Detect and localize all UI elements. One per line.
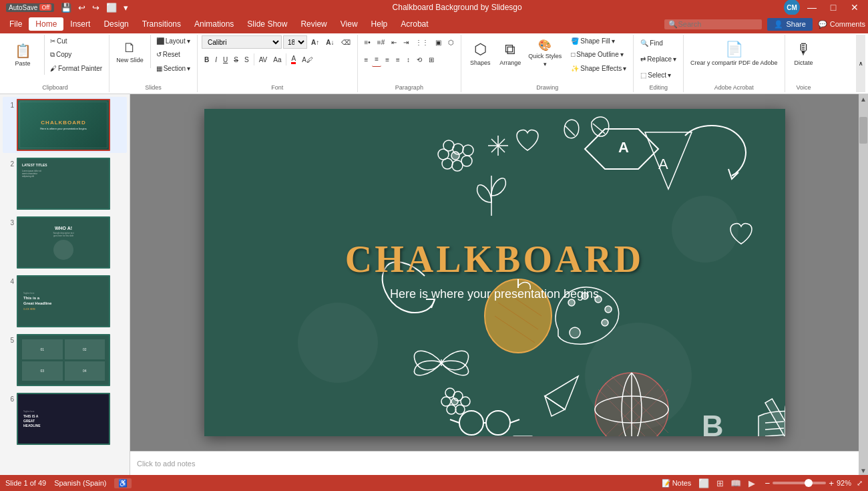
vertical-scrollbar[interactable]: ▲ ▼ — [859, 94, 868, 475]
menu-acrobat[interactable]: Acrobat — [394, 17, 435, 31]
copy-icon: ⧉ — [50, 51, 55, 59]
arrange-button[interactable]: ⧉ Arrange — [495, 35, 525, 71]
find-button[interactable]: 🔍 Find — [638, 35, 665, 50]
replace-button[interactable]: ⇄ Replace ▾ — [638, 51, 679, 66]
highlight-icon: A🖊 — [302, 56, 313, 63]
zoom-controls: − + 92% — [765, 478, 851, 488]
shapes-button[interactable]: ⬡ Shapes — [465, 35, 495, 71]
new-slide-button[interactable]: 🗋 New Slide — [114, 35, 146, 68]
menu-animations[interactable]: Animations — [188, 17, 240, 31]
menu-design[interactable]: Design — [97, 17, 135, 31]
reading-view-button[interactable]: 📖 — [728, 477, 743, 489]
align-left-button[interactable]: ≡ — [362, 52, 371, 67]
font-size-select[interactable]: 18 — [283, 35, 307, 49]
slideshow-button[interactable]: ▶ — [744, 477, 759, 489]
svg-line-49 — [545, 396, 565, 410]
notes-area[interactable]: Click to add notes — [130, 451, 859, 475]
share-button[interactable]: 👤 Share — [767, 18, 812, 31]
smart-art-button[interactable]: ▣ — [433, 35, 444, 49]
zoom-slider[interactable] — [773, 482, 826, 484]
align-right-button[interactable]: ≡ — [383, 52, 392, 67]
justify-button[interactable]: ≡ — [393, 52, 403, 67]
menu-file[interactable]: File — [3, 17, 29, 31]
quick-styles-button[interactable]: 🎨 Quick Styles ▾ — [525, 35, 564, 71]
underline-button[interactable]: U — [220, 52, 230, 67]
search-input[interactable] — [678, 20, 758, 28]
ribbon-collapse-button[interactable]: ∧ — [856, 35, 865, 92]
select-button[interactable]: ⬚ Select ▾ — [638, 67, 674, 82]
format-painter-button[interactable]: 🖌 Format Painter — [47, 62, 105, 75]
slide-image-1: CHALKBOARD Here is where your presentati… — [17, 99, 110, 151]
menu-insert[interactable]: Insert — [63, 17, 97, 31]
strikethrough-button[interactable]: S — [231, 52, 241, 67]
slide-thumb-5[interactable]: 5 01 02 03 04 — [3, 332, 127, 388]
slide-thumb-2[interactable]: 2 LATEST TITLES Lorem ipsum dolor sitame… — [3, 156, 127, 212]
fit-to-window-button[interactable]: ⤢ — [857, 479, 863, 488]
format-painter-icon: 🖌 — [50, 65, 57, 72]
menu-help[interactable]: Help — [365, 17, 395, 31]
menu-view[interactable]: View — [334, 17, 365, 31]
columns-button[interactable]: ⋮⋮ — [413, 35, 431, 49]
align-center-button[interactable]: ≡ — [372, 52, 381, 67]
zoom-in-button[interactable]: + — [829, 478, 834, 488]
menu-slideshow[interactable]: Slide Show — [240, 17, 294, 31]
save-button[interactable]: 💾 — [59, 2, 73, 13]
shape-effects-button[interactable]: ✨ Shape Effects ▾ — [568, 62, 629, 75]
menu-review[interactable]: Review — [294, 17, 333, 31]
zoom-out-button[interactable]: − — [765, 478, 770, 488]
user-avatar[interactable]: CM — [784, 0, 800, 15]
undo-button[interactable]: ↩ — [76, 2, 87, 13]
layout-button[interactable]: ⬛ Layout ▾ — [154, 35, 193, 47]
copy-button[interactable]: ⧉ Copy — [47, 48, 105, 61]
decrease-indent-button[interactable]: ⇤ — [389, 35, 399, 49]
convert-button[interactable]: ⬡ — [445, 35, 457, 49]
customize-quick-access[interactable]: ▾ — [122, 2, 130, 13]
slide-sorter-button[interactable]: ⊞ — [712, 477, 727, 489]
menu-transitions[interactable]: Transitions — [136, 17, 188, 31]
shadow-button[interactable]: S — [242, 52, 252, 67]
search-icon: 🔍 — [668, 20, 678, 29]
autosave-toggle[interactable]: AutoSave Off — [4, 3, 56, 13]
scroll-thumb[interactable] — [859, 117, 867, 144]
create-share-pdf-button[interactable]: 📄 Crear y compartir PDF de Adobe — [688, 35, 781, 71]
shape-fill-button[interactable]: 🪣 Shape Fill ▾ — [568, 35, 629, 47]
font-decrease-button[interactable]: A↓ — [323, 35, 337, 49]
svg-point-6 — [442, 158, 453, 169]
slide-canvas[interactable]: A — [204, 109, 785, 436]
section-button[interactable]: ▦ Section ▾ — [154, 62, 193, 75]
dictate-button[interactable]: 🎙 Dictate — [789, 35, 819, 71]
cut-button[interactable]: ✂ Cut — [47, 35, 105, 47]
line-spacing-button[interactable]: ↕ — [404, 52, 413, 67]
scroll-down-button[interactable]: ▼ — [859, 466, 868, 475]
reset-button[interactable]: ↺ Reset — [154, 48, 193, 61]
shape-outline-button[interactable]: □ Shape Outline ▾ — [568, 48, 629, 61]
change-case-button[interactable]: Aa — [270, 52, 284, 67]
font-increase-button[interactable]: A↑ — [308, 35, 322, 49]
text-align-button[interactable]: ⊞ — [426, 52, 437, 67]
font-name-select[interactable]: Calibri — [202, 35, 282, 49]
normal-view-button[interactable]: ⬜ — [696, 477, 711, 489]
increase-indent-button[interactable]: ⇥ — [401, 35, 411, 49]
font-clear-button[interactable]: ⌫ — [339, 35, 353, 49]
text-direction-button[interactable]: ⟲ — [414, 52, 425, 67]
italic-button[interactable]: I — [212, 52, 220, 67]
font-color-button[interactable]: A — [288, 52, 298, 67]
paste-button[interactable]: 📋 Paste — [5, 35, 40, 75]
slide-thumb-6[interactable]: 6 Tagline here THIS IS AGREATHEADLINE — [3, 391, 127, 447]
accessibility-checker[interactable]: ♿ — [114, 478, 132, 488]
redo-button[interactable]: ↪ — [90, 2, 101, 13]
share-icon: 👤 — [774, 20, 783, 29]
numbered-button[interactable]: ≡# — [375, 35, 387, 49]
slide-thumb-3[interactable]: 3 WHO A! Sample descriptive textgoes her… — [3, 214, 127, 271]
bold-button[interactable]: B — [202, 52, 212, 67]
comments-button[interactable]: 💬 Comments — [818, 20, 865, 29]
font-spacing-button[interactable]: AV — [256, 52, 270, 67]
slide-thumb-4[interactable]: 4 Tagline here This is aGreat Headline C… — [3, 273, 127, 329]
bullets-button[interactable]: ≡• — [362, 35, 373, 49]
notes-button[interactable]: 📝 Notes — [662, 479, 692, 488]
menu-home[interactable]: Home — [29, 17, 63, 31]
highlight-color-button[interactable]: A🖊 — [299, 52, 316, 67]
scroll-up-button[interactable]: ▲ — [859, 94, 868, 104]
present-button[interactable]: ⬜ — [104, 2, 119, 13]
slide-thumb-1[interactable]: 1 CHALKBOARD Here is where your presenta… — [3, 97, 127, 153]
